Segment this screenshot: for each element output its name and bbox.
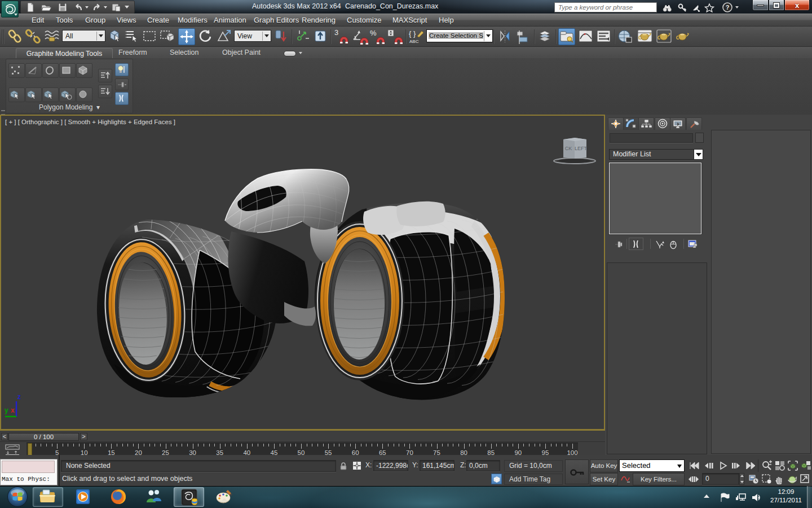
svg-text:ABC: ABC — [409, 39, 419, 44]
svg-text:{ }: { } — [409, 29, 416, 38]
svg-text:?: ? — [726, 4, 730, 11]
svg-text:x: x — [11, 406, 15, 414]
svg-text:y: y — [5, 406, 8, 414]
svg-text:%: % — [370, 29, 377, 37]
svg-text:3: 3 — [334, 28, 338, 37]
svg-text:CK: CK — [565, 146, 572, 151]
svg-text:z: z — [17, 393, 21, 401]
svg-text:LEFT: LEFT — [575, 146, 588, 151]
